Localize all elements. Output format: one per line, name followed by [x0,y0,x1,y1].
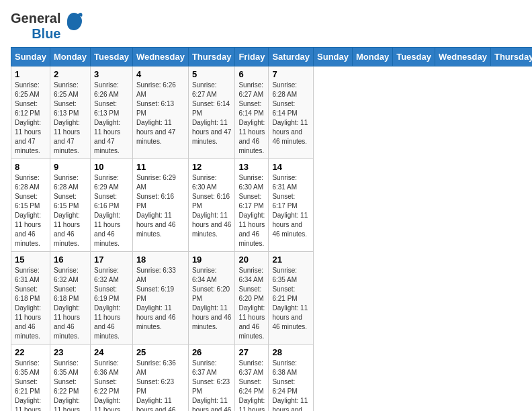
day-detail: Sunrise: 6:28 AMSunset: 6:15 PMDaylight:… [15,174,41,247]
day-detail: Sunrise: 6:26 AMSunset: 6:13 PMDaylight:… [94,81,120,154]
calendar-cell: 14 Sunrise: 6:31 AMSunset: 6:17 PMDaylig… [269,159,314,252]
day-detail: Sunrise: 6:37 AMSunset: 6:24 PMDaylight:… [238,359,265,411]
day-number: 2 [54,69,87,79]
day-number: 16 [54,255,87,265]
header-friday: Friday [235,48,269,66]
col-header-wednesday: Wednesday [435,48,490,66]
day-detail: Sunrise: 6:26 AMSunset: 6:13 PMDaylight:… [136,81,176,145]
day-number: 6 [238,69,265,79]
day-detail: Sunrise: 6:35 AMSunset: 6:21 PMDaylight:… [15,359,41,411]
day-number: 13 [238,162,265,172]
header-saturday: Saturday [269,48,314,66]
day-detail: Sunrise: 6:35 AMSunset: 6:22 PMDaylight:… [54,359,80,411]
day-number: 9 [54,162,87,172]
calendar-cell: 10 Sunrise: 6:29 AMSunset: 6:16 PMDaylig… [91,159,133,252]
day-number: 5 [192,69,232,79]
day-number: 7 [272,69,310,79]
day-number: 11 [136,162,185,172]
header-tuesday: Tuesday [91,48,133,66]
day-number: 8 [15,162,46,172]
day-number: 28 [272,347,310,357]
col-header-tuesday: Tuesday [393,48,435,66]
day-detail: Sunrise: 6:34 AMSunset: 6:20 PMDaylight:… [192,267,231,330]
day-detail: Sunrise: 6:27 AMSunset: 6:14 PMDaylight:… [238,81,265,154]
day-number: 3 [94,69,129,79]
day-detail: Sunrise: 6:36 AMSunset: 6:22 PMDaylight:… [94,359,120,411]
day-number: 12 [192,162,232,172]
day-detail: Sunrise: 6:28 AMSunset: 6:15 PMDaylight:… [54,174,80,247]
calendar-cell: 26 Sunrise: 6:37 AMSunset: 6:23 PMDaylig… [188,345,235,412]
week-row-4: 22 Sunrise: 6:35 AMSunset: 6:21 PMDaylig… [11,345,533,412]
day-number: 1 [15,69,46,79]
day-detail: Sunrise: 6:32 AMSunset: 6:19 PMDaylight:… [94,267,120,340]
logo-line1: General [11,11,60,26]
col-header-monday: Monday [353,48,393,66]
col-header-thursday: Thursday [490,48,532,66]
day-number: 4 [136,69,185,79]
calendar-cell: 25 Sunrise: 6:36 AMSunset: 6:23 PMDaylig… [132,345,188,412]
calendar-cell: 20 Sunrise: 6:34 AMSunset: 6:20 PMDaylig… [235,252,269,345]
calendar-cell: 21 Sunrise: 6:35 AMSunset: 6:21 PMDaylig… [269,252,314,345]
calendar-table: SundayMondayTuesdayWednesdayThursdayFrid… [11,47,532,411]
header-sunday: Sunday [11,48,50,66]
header-wednesday: Wednesday [132,48,188,66]
day-detail: Sunrise: 6:31 AMSunset: 6:17 PMDaylight:… [272,174,308,238]
day-detail: Sunrise: 6:31 AMSunset: 6:18 PMDaylight:… [15,267,41,340]
day-detail: Sunrise: 6:30 AMSunset: 6:17 PMDaylight:… [238,174,265,247]
calendar-cell: 22 Sunrise: 6:35 AMSunset: 6:21 PMDaylig… [11,345,50,412]
calendar-cell: 8 Sunrise: 6:28 AMSunset: 6:15 PMDayligh… [11,159,50,252]
logo-bird-icon [64,11,83,41]
calendar-cell: 1 Sunrise: 6:25 AMSunset: 6:12 PMDayligh… [11,66,50,159]
day-detail: Sunrise: 6:27 AMSunset: 6:14 PMDaylight:… [192,81,231,145]
day-number: 15 [15,255,46,265]
day-detail: Sunrise: 6:25 AMSunset: 6:12 PMDaylight:… [15,81,41,154]
calendar-cell: 27 Sunrise: 6:37 AMSunset: 6:24 PMDaylig… [235,345,269,412]
calendar-cell: 7 Sunrise: 6:28 AMSunset: 6:14 PMDayligh… [269,66,314,159]
day-number: 26 [192,347,232,357]
calendar-cell: 3 Sunrise: 6:26 AMSunset: 6:13 PMDayligh… [91,66,133,159]
calendar-cell: 9 Sunrise: 6:28 AMSunset: 6:15 PMDayligh… [50,159,90,252]
day-detail: Sunrise: 6:33 AMSunset: 6:19 PMDaylight:… [136,267,176,330]
day-number: 24 [94,347,129,357]
day-number: 14 [272,162,310,172]
calendar-cell: 16 Sunrise: 6:32 AMSunset: 6:18 PMDaylig… [50,252,90,345]
day-detail: Sunrise: 6:32 AMSunset: 6:18 PMDaylight:… [54,267,80,340]
week-row-1: 1 Sunrise: 6:25 AMSunset: 6:12 PMDayligh… [11,66,533,159]
day-number: 27 [238,347,265,357]
calendar-cell: 17 Sunrise: 6:32 AMSunset: 6:19 PMDaylig… [91,252,133,345]
calendar-cell: 11 Sunrise: 6:29 AMSunset: 6:16 PMDaylig… [132,159,188,252]
day-number: 22 [15,347,46,357]
calendar-cell: 18 Sunrise: 6:33 AMSunset: 6:19 PMDaylig… [132,252,188,345]
week-row-3: 15 Sunrise: 6:31 AMSunset: 6:18 PMDaylig… [11,252,533,345]
calendar-cell: 2 Sunrise: 6:25 AMSunset: 6:13 PMDayligh… [50,66,90,159]
calendar-cell: 15 Sunrise: 6:31 AMSunset: 6:18 PMDaylig… [11,252,50,345]
week-row-2: 8 Sunrise: 6:28 AMSunset: 6:15 PMDayligh… [11,159,533,252]
day-detail: Sunrise: 6:30 AMSunset: 6:16 PMDaylight:… [192,174,231,238]
calendar-cell: 28 Sunrise: 6:38 AMSunset: 6:24 PMDaylig… [269,345,314,412]
calendar-cell: 12 Sunrise: 6:30 AMSunset: 6:16 PMDaylig… [188,159,235,252]
calendar-cell: 13 Sunrise: 6:30 AMSunset: 6:17 PMDaylig… [235,159,269,252]
calendar-cell: 6 Sunrise: 6:27 AMSunset: 6:14 PMDayligh… [235,66,269,159]
day-number: 25 [136,347,185,357]
col-header-sunday: Sunday [314,48,353,66]
calendar-cell: 5 Sunrise: 6:27 AMSunset: 6:14 PMDayligh… [188,66,235,159]
day-number: 18 [136,255,185,265]
day-number: 17 [94,255,129,265]
day-detail: Sunrise: 6:37 AMSunset: 6:23 PMDaylight:… [192,359,231,411]
day-number: 10 [94,162,129,172]
day-detail: Sunrise: 6:29 AMSunset: 6:16 PMDaylight:… [136,174,176,238]
day-detail: Sunrise: 6:25 AMSunset: 6:13 PMDaylight:… [54,81,80,154]
logo: General Blue [11,11,83,42]
day-number: 20 [238,255,265,265]
day-detail: Sunrise: 6:29 AMSunset: 6:16 PMDaylight:… [94,174,120,247]
calendar-cell: 24 Sunrise: 6:36 AMSunset: 6:22 PMDaylig… [91,345,133,412]
day-detail: Sunrise: 6:28 AMSunset: 6:14 PMDaylight:… [272,81,308,145]
logo-line2: Blue [32,26,60,42]
calendar-cell: 23 Sunrise: 6:35 AMSunset: 6:22 PMDaylig… [50,345,90,412]
header-thursday: Thursday [188,48,235,66]
day-detail: Sunrise: 6:36 AMSunset: 6:23 PMDaylight:… [136,359,176,411]
day-detail: Sunrise: 6:35 AMSunset: 6:21 PMDaylight:… [272,267,308,330]
day-number: 23 [54,347,87,357]
calendar-cell: 4 Sunrise: 6:26 AMSunset: 6:13 PMDayligh… [132,66,188,159]
page-header: General Blue [11,11,521,42]
